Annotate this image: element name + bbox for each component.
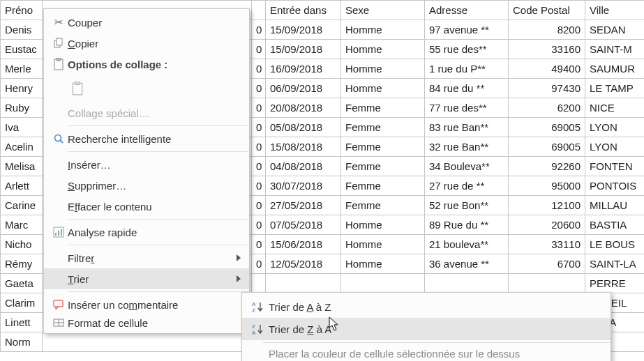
cell-e[interactable]: 04/08/2018 bbox=[266, 157, 341, 176]
cell-i[interactable]: SAUMUR bbox=[585, 59, 645, 79]
cell-f[interactable]: Homme bbox=[341, 40, 425, 59]
cell-d[interactable]: 0 bbox=[252, 20, 266, 40]
cell-h[interactable]: 49400 bbox=[509, 59, 585, 79]
ctx-delete[interactable]: Supprimer… bbox=[44, 175, 249, 196]
ctx-insert[interactable]: Insérer… bbox=[44, 154, 249, 175]
header-sexe[interactable]: Sexe bbox=[341, 1, 425, 20]
ctx-quick-analysis[interactable]: Analyse rapide bbox=[44, 222, 249, 243]
cell-d[interactable]: 0 bbox=[252, 235, 266, 254]
cell-f[interactable]: Femme bbox=[341, 98, 425, 118]
cell-i[interactable]: LYON bbox=[585, 137, 645, 157]
cell-a[interactable]: Norm bbox=[1, 332, 43, 352]
cell-e[interactable]: 12/05/2018 bbox=[266, 254, 341, 274]
cell-e[interactable]: 06/09/2018 bbox=[266, 79, 341, 98]
cell-e[interactable]: 15/06/2018 bbox=[266, 235, 341, 254]
cell-f[interactable]: Femme bbox=[341, 176, 425, 196]
cell-i[interactable]: PERRE bbox=[585, 274, 645, 293]
ctx-filter[interactable]: Filtrer bbox=[44, 247, 249, 268]
cell-a[interactable]: Iva bbox=[1, 118, 43, 137]
cell-e[interactable]: 07/05/2018 bbox=[266, 215, 341, 235]
cell-a[interactable]: Merle bbox=[1, 59, 43, 79]
header-ville[interactable]: Ville bbox=[585, 1, 645, 20]
cell-f[interactable] bbox=[341, 274, 425, 293]
cell-f[interactable]: Femme bbox=[341, 196, 425, 215]
cell-a[interactable]: Acelin bbox=[1, 137, 43, 157]
cell-i[interactable]: SAINT-LA bbox=[585, 254, 645, 274]
cell-d[interactable]: 0 bbox=[252, 254, 266, 274]
ctx-sort[interactable]: Trier bbox=[44, 268, 249, 289]
cell-g[interactable]: 84 rue du ** bbox=[425, 79, 509, 98]
cell-g[interactable]: 34 Bouleva** bbox=[425, 157, 509, 176]
cell-e[interactable]: 27/05/2018 bbox=[266, 196, 341, 215]
cell-hidden[interactable] bbox=[43, 332, 252, 352]
cell-h[interactable]: 33110 bbox=[509, 235, 585, 254]
cell-e[interactable] bbox=[266, 274, 341, 293]
cell-g[interactable]: 89 Rue du ** bbox=[425, 215, 509, 235]
cell-f[interactable]: Homme bbox=[341, 235, 425, 254]
cell-h[interactable]: 6200 bbox=[509, 98, 585, 118]
header-entree[interactable]: Entrée dans bbox=[266, 1, 341, 20]
cell-a[interactable]: Clarim bbox=[1, 293, 43, 313]
cell-a[interactable]: Henry bbox=[1, 79, 43, 98]
cell-a[interactable]: Marc bbox=[1, 215, 43, 235]
header-code-postal[interactable]: Code Postal bbox=[509, 1, 585, 20]
cell-e[interactable]: 05/08/2018 bbox=[266, 118, 341, 137]
cell-i[interactable]: BASTIA bbox=[585, 215, 645, 235]
sort-za[interactable]: ZA Trier de Z à A bbox=[242, 318, 611, 340]
cell-g[interactable] bbox=[425, 274, 509, 293]
cell-i[interactable]: SAINT-M bbox=[585, 40, 645, 59]
cell-g[interactable]: 55 rue des** bbox=[425, 40, 509, 59]
cell-h[interactable]: 8200 bbox=[509, 20, 585, 40]
cell-h[interactable]: 97430 bbox=[509, 79, 585, 98]
cell-g[interactable]: 21 bouleva** bbox=[425, 235, 509, 254]
cell-e[interactable]: 20/08/2018 bbox=[266, 98, 341, 118]
cell-g[interactable]: 1 rue du P** bbox=[425, 59, 509, 79]
cell-e[interactable]: 15/08/2018 bbox=[266, 137, 341, 157]
cell-d[interactable]: 0 bbox=[252, 196, 266, 215]
ctx-clear[interactable]: Effacer le contenu bbox=[44, 196, 249, 217]
cell-h[interactable] bbox=[509, 274, 585, 293]
cell-d[interactable] bbox=[252, 274, 266, 293]
cell-a[interactable]: Melisa bbox=[1, 157, 43, 176]
cell-f[interactable]: Homme bbox=[341, 20, 425, 40]
cell-f[interactable]: Homme bbox=[341, 79, 425, 98]
cell-h[interactable]: 20600 bbox=[509, 215, 585, 235]
cell-a[interactable]: Ruby bbox=[1, 98, 43, 118]
header-adresse[interactable]: Adresse bbox=[425, 1, 509, 20]
cell-g[interactable]: 27 rue de ** bbox=[425, 176, 509, 196]
cell-i[interactable]: LE TAMP bbox=[585, 79, 645, 98]
cell-d[interactable]: 0 bbox=[252, 137, 266, 157]
cell-d[interactable]: 0 bbox=[252, 40, 266, 59]
cell-d[interactable]: 0 bbox=[252, 215, 266, 235]
cell-e[interactable]: 15/09/2018 bbox=[266, 40, 341, 59]
sort-az[interactable]: AZ Trier de A à Z bbox=[242, 295, 611, 318]
cell-h[interactable]: 92260 bbox=[509, 157, 585, 176]
cell-d[interactable]: 0 bbox=[252, 98, 266, 118]
cell-a[interactable]: Eustac bbox=[1, 40, 43, 59]
cell-f[interactable]: Femme bbox=[341, 137, 425, 157]
cell-g[interactable]: 83 rue Ban** bbox=[425, 118, 509, 137]
paste-button[interactable] bbox=[68, 78, 87, 99]
cell-h[interactable]: 33160 bbox=[509, 40, 585, 59]
cell-g[interactable]: 52 rue Bon** bbox=[425, 196, 509, 215]
cell-d[interactable]: 0 bbox=[252, 59, 266, 79]
header-prenom[interactable]: Préno bbox=[1, 1, 43, 20]
cell-e[interactable]: 30/07/2018 bbox=[266, 176, 341, 196]
ctx-copy[interactable]: Copier bbox=[44, 33, 249, 54]
cell-i[interactable]: MILLAU bbox=[585, 196, 645, 215]
cell-a[interactable]: Nicho bbox=[1, 235, 43, 254]
cell-h[interactable]: 69005 bbox=[509, 137, 585, 157]
cell-a[interactable]: Linett bbox=[1, 313, 43, 332]
cell-i[interactable]: SEDAN bbox=[585, 20, 645, 40]
ctx-format-cells[interactable]: Format de cellule bbox=[44, 315, 249, 330]
cell-g[interactable]: 32 rue Ban** bbox=[425, 137, 509, 157]
cell-f[interactable]: Femme bbox=[341, 157, 425, 176]
cell-f[interactable]: Femme bbox=[341, 118, 425, 137]
cell-e[interactable]: 15/09/2018 bbox=[266, 20, 341, 40]
cell-a[interactable]: Denis bbox=[1, 20, 43, 40]
ctx-smart-lookup[interactable]: Recherche intelligente bbox=[44, 128, 249, 149]
cell-g[interactable]: 97 avenue ** bbox=[425, 20, 509, 40]
cell-a[interactable]: Gaeta bbox=[1, 274, 43, 293]
cell-i[interactable]: LE BOUS bbox=[585, 235, 645, 254]
ctx-cut[interactable]: ✂ Couper bbox=[44, 12, 249, 33]
